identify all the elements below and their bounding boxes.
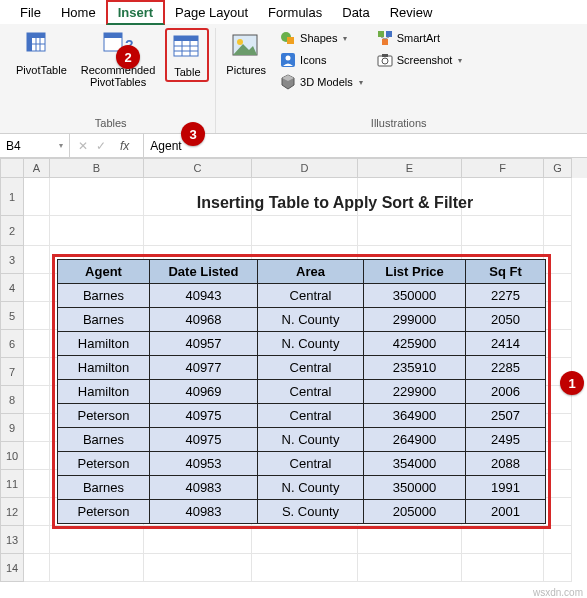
table-cell[interactable]: Peterson <box>58 404 150 428</box>
table-cell[interactable]: 350000 <box>364 476 466 500</box>
formula-input[interactable]: Agent <box>144 134 587 157</box>
row-header[interactable]: 14 <box>0 554 24 582</box>
table-row[interactable]: Barnes40975N. County2649002495 <box>58 428 546 452</box>
tab-insert[interactable]: Insert <box>106 0 165 25</box>
table-header-cell[interactable]: Agent <box>58 260 150 284</box>
table-cell[interactable]: 2495 <box>466 428 546 452</box>
table-cell[interactable]: 40943 <box>150 284 258 308</box>
tab-home[interactable]: Home <box>51 2 106 23</box>
table-cell[interactable]: 40983 <box>150 500 258 524</box>
table-cell[interactable]: Barnes <box>58 284 150 308</box>
table-cell[interactable]: Hamilton <box>58 380 150 404</box>
row-header[interactable]: 5 <box>0 302 24 330</box>
table-cell[interactable]: Central <box>258 452 364 476</box>
shapes-button[interactable]: Shapes ▾ <box>276 28 367 48</box>
table-cell[interactable]: Barnes <box>58 428 150 452</box>
row-header[interactable]: 7 <box>0 358 24 386</box>
table-header-cell[interactable]: Date Listed <box>150 260 258 284</box>
table-header-cell[interactable]: List Price <box>364 260 466 284</box>
table-button[interactable]: Table <box>165 28 209 82</box>
table-cell[interactable]: S. County <box>258 500 364 524</box>
table-row[interactable]: Peterson40975Central3649002507 <box>58 404 546 428</box>
table-cell[interactable]: 40983 <box>150 476 258 500</box>
table-cell[interactable]: Hamilton <box>58 356 150 380</box>
table-cell[interactable]: Central <box>258 404 364 428</box>
table-cell[interactable]: 40975 <box>150 428 258 452</box>
table-cell[interactable]: N. County <box>258 476 364 500</box>
table-header-cell[interactable]: Area <box>258 260 364 284</box>
table-cell[interactable]: 264900 <box>364 428 466 452</box>
screenshot-button[interactable]: Screenshot ▾ <box>373 50 467 70</box>
tab-pagelayout[interactable]: Page Layout <box>165 2 258 23</box>
table-cell[interactable]: 40969 <box>150 380 258 404</box>
table-cell[interactable]: 235910 <box>364 356 466 380</box>
table-row[interactable]: Hamilton40957N. County4259002414 <box>58 332 546 356</box>
fx-icon[interactable]: fx <box>114 139 135 153</box>
table-row[interactable]: Peterson40953Central3540002088 <box>58 452 546 476</box>
row-header[interactable]: 10 <box>0 442 24 470</box>
row-header[interactable]: 6 <box>0 330 24 358</box>
table-cell[interactable]: 299000 <box>364 308 466 332</box>
table-cell[interactable]: 40968 <box>150 308 258 332</box>
table-row[interactable]: Barnes40968N. County2990002050 <box>58 308 546 332</box>
tab-formulas[interactable]: Formulas <box>258 2 332 23</box>
column-header[interactable]: C <box>144 158 252 178</box>
tab-review[interactable]: Review <box>380 2 443 23</box>
table-cell[interactable]: 350000 <box>364 284 466 308</box>
table-row[interactable]: Barnes40943Central3500002275 <box>58 284 546 308</box>
table-cell[interactable]: 205000 <box>364 500 466 524</box>
smartart-button[interactable]: SmartArt <box>373 28 467 48</box>
table-cell[interactable]: Central <box>258 356 364 380</box>
table-cell[interactable]: Hamilton <box>58 332 150 356</box>
row-header[interactable]: 8 <box>0 386 24 414</box>
column-header[interactable]: D <box>252 158 358 178</box>
table-cell[interactable]: 229900 <box>364 380 466 404</box>
column-header[interactable]: E <box>358 158 462 178</box>
column-header[interactable]: F <box>462 158 544 178</box>
table-cell[interactable]: 2001 <box>466 500 546 524</box>
data-table[interactable]: AgentDate ListedAreaList PriceSq FtBarne… <box>57 259 546 524</box>
table-cell[interactable]: 2507 <box>466 404 546 428</box>
pictures-button[interactable]: Pictures <box>222 28 270 78</box>
pivottable-button[interactable]: PivotTable <box>12 28 71 78</box>
row-header[interactable]: 4 <box>0 274 24 302</box>
table-cell[interactable]: 364900 <box>364 404 466 428</box>
enter-icon[interactable]: ✓ <box>96 139 106 153</box>
table-cell[interactable]: 2285 <box>466 356 546 380</box>
table-cell[interactable]: N. County <box>258 308 364 332</box>
tab-file[interactable]: File <box>10 2 51 23</box>
table-cell[interactable]: 2050 <box>466 308 546 332</box>
row-header[interactable]: 11 <box>0 470 24 498</box>
cells-area[interactable]: Inserting Table to Apply Sort & Filter A… <box>24 178 587 582</box>
cancel-icon[interactable]: ✕ <box>78 139 88 153</box>
table-cell[interactable]: 40977 <box>150 356 258 380</box>
row-header[interactable]: 2 <box>0 216 24 246</box>
row-header[interactable]: 1 <box>0 178 24 216</box>
icons-button[interactable]: Icons <box>276 50 367 70</box>
table-cell[interactable]: N. County <box>258 428 364 452</box>
table-cell[interactable]: 40957 <box>150 332 258 356</box>
column-header[interactable]: A <box>24 158 50 178</box>
table-cell[interactable]: Central <box>258 380 364 404</box>
3dmodels-button[interactable]: 3D Models ▾ <box>276 72 367 92</box>
tab-data[interactable]: Data <box>332 2 379 23</box>
row-header[interactable]: 12 <box>0 498 24 526</box>
table-cell[interactable]: 40953 <box>150 452 258 476</box>
column-header[interactable]: B <box>50 158 144 178</box>
row-header[interactable]: 3 <box>0 246 24 274</box>
table-cell[interactable]: 2006 <box>466 380 546 404</box>
table-cell[interactable]: 40975 <box>150 404 258 428</box>
table-row[interactable]: Hamilton40969Central2299002006 <box>58 380 546 404</box>
column-header[interactable]: G <box>544 158 572 178</box>
table-cell[interactable]: 2275 <box>466 284 546 308</box>
table-row[interactable]: Peterson40983S. County2050002001 <box>58 500 546 524</box>
select-all-corner[interactable] <box>0 158 24 178</box>
table-cell[interactable]: 354000 <box>364 452 466 476</box>
table-cell[interactable]: Peterson <box>58 500 150 524</box>
table-cell[interactable]: Central <box>258 284 364 308</box>
table-cell[interactable]: N. County <box>258 332 364 356</box>
table-cell[interactable]: Barnes <box>58 476 150 500</box>
row-header[interactable]: 13 <box>0 526 24 554</box>
table-cell[interactable]: 2088 <box>466 452 546 476</box>
table-header-cell[interactable]: Sq Ft <box>466 260 546 284</box>
